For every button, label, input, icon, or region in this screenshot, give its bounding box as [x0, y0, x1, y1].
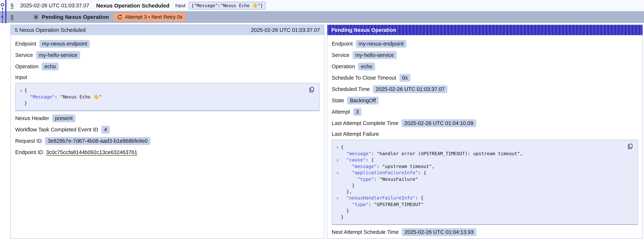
field-label: State	[332, 98, 344, 104]
copy-button[interactable]	[308, 86, 315, 93]
field-row: Attempt3	[332, 108, 638, 116]
field-value-badge: 3e829b7e-7d67-4b08-aad3-b1e868bfe9e0	[45, 137, 150, 145]
field-value-badge: my-hello-service	[352, 51, 397, 59]
json-line: },	[334, 189, 625, 195]
json-gutter	[334, 176, 341, 182]
json-gutter	[334, 182, 341, 189]
field-label: Schedule To Close Timeout	[332, 75, 396, 81]
scheduled-panel-body: Endpointmy-nexus-endpointServicemy-hello…	[11, 35, 324, 156]
json-line: }	[18, 100, 306, 106]
json-gutter	[334, 214, 341, 220]
field-row: Operationecho	[332, 62, 638, 71]
scheduled-fields-top: Endpointmy-nexus-endpointServicemy-hello…	[15, 40, 320, 71]
json-line: ∨ "nexusHandlerFailureInfo": {	[334, 195, 625, 202]
json-gutter	[18, 100, 24, 106]
pending-asterisk-icon	[33, 14, 39, 20]
collapse-chevron-icon[interactable]: ∨	[334, 157, 341, 164]
event-history-rows: 5 2025-02-26 UTC 01:03:37.07 Nexus Opera…	[0, 0, 644, 23]
pending-operation-panel: Pending Nexus Operation Endpointmy-nexus…	[327, 24, 643, 239]
event-id-link[interactable]: 5	[10, 2, 14, 8]
field-label: Workflow Task Completed Event ID	[15, 127, 98, 133]
failure-json-lines: ∨{ "message": "handler error (UPSTREAM_T…	[334, 144, 625, 220]
json-line: "type": "NexusFailure"	[334, 176, 625, 182]
scheduled-event-panel: 5 Nexus Operation Scheduled 2025-02-26 U…	[10, 24, 324, 239]
event-row-pending[interactable]: 5 Pending Nexus Operation Attempt 3 • Ne…	[0, 11, 644, 23]
input-section-label: Input	[15, 74, 320, 80]
field-value-badge: present	[52, 114, 76, 122]
json-code: }	[341, 208, 349, 214]
field-value-badge: 2025-02-26 UTC 01:03:37.07	[373, 85, 448, 93]
field-value-badge: my-hello-service	[36, 51, 80, 59]
field-row: Nexus Headerpresent	[15, 114, 320, 122]
collapse-chevron-icon[interactable]: ∨	[18, 87, 24, 94]
input-json-lines: ∨{ "Message": "Nexus Echo 👋"}	[18, 87, 306, 106]
pending-fields-bottom: Next Attempt Schedule Time2025-02-26 UTC…	[332, 228, 638, 236]
scheduled-panel-title: 5 Nexus Operation Scheduled	[15, 27, 86, 33]
json-line: ∨ "cause": {	[334, 157, 625, 164]
field-label: Operation	[332, 64, 355, 70]
field-row: Workflow Task Completed Event ID4	[15, 125, 320, 134]
json-code: }	[24, 100, 27, 106]
pending-title: Pending Nexus Operation	[42, 14, 109, 20]
field-row: Schedule To Close Timeout0s	[332, 74, 638, 82]
field-label: Nexus Header	[15, 115, 49, 121]
json-code: "applicationFailureInfo": {	[341, 170, 426, 176]
collapse-chevron-icon[interactable]: ∨	[334, 170, 341, 176]
input-json-block: ∨{ "Message": "Nexus Echo 👋"}	[15, 83, 320, 111]
field-row: Endpointmy-nexus-endpoint	[15, 40, 320, 48]
field-value-badge: 4	[101, 126, 110, 134]
json-code: "Message": "Nexus Echo 👋"	[24, 94, 102, 100]
scheduled-fields-bottom: Nexus HeaderpresentWorkflow Task Complet…	[15, 114, 320, 156]
pending-panel-header: Pending Nexus Operation	[327, 25, 642, 35]
field-row: Servicemy-hello-service	[332, 51, 638, 59]
copy-button[interactable]	[627, 143, 634, 150]
field-value-badge: 0s	[400, 74, 410, 82]
pending-panel-body: Endpointmy-nexus-endpointServicemy-hello…	[327, 35, 642, 236]
field-label: Request ID	[15, 138, 42, 144]
field-label: Endpoint ID	[15, 149, 43, 155]
field-value-badge: 3	[353, 108, 362, 116]
field-label: Scheduled Time	[332, 86, 370, 92]
event-row-scheduled[interactable]: 5 2025-02-26 UTC 01:03:37.07 Nexus Opera…	[0, 0, 644, 11]
field-label: Attempt	[332, 109, 350, 115]
field-label: Operation	[15, 64, 38, 70]
field-row: Last Attempt Complete Time2025-02-26 UTC…	[332, 119, 638, 127]
retry-text: Attempt 3 • Next Retry 0s	[125, 14, 182, 20]
input-label: Input	[175, 3, 186, 8]
json-line: "type": "UPSTREAM_TIMEOUT"	[334, 202, 625, 208]
json-code: "type": "UPSTREAM_TIMEOUT"	[341, 202, 424, 208]
json-line: ∨{	[18, 87, 306, 94]
event-title: Nexus Operation Scheduled	[96, 2, 169, 9]
pending-fields: Endpointmy-nexus-endpointServicemy-hello…	[332, 40, 638, 127]
collapse-chevron-icon[interactable]: ∨	[334, 144, 341, 150]
field-value-badge: 2025-02-26 UTC 01:04:10.09	[402, 119, 476, 127]
json-gutter	[334, 208, 341, 214]
json-gutter	[334, 189, 341, 195]
collapse-chevron-icon[interactable]: ∨	[334, 195, 341, 202]
field-row: Endpointmy-nexus-endpoint	[332, 40, 638, 48]
json-line: }	[334, 214, 625, 220]
field-label: Service	[15, 52, 33, 58]
event-detail-panels: 5 Nexus Operation Scheduled 2025-02-26 U…	[0, 24, 644, 239]
event-id-link[interactable]: 5	[10, 14, 14, 20]
field-value-link[interactable]: 3c0c75ccfa8144b092c13ce632463761	[46, 149, 137, 155]
json-line: "message": "upstream timeout",	[334, 164, 625, 170]
copy-icon	[627, 143, 634, 150]
retry-icon	[117, 14, 123, 20]
json-line: ∨ "applicationFailureInfo": {	[334, 170, 625, 176]
field-value-badge: 2025-02-26 UTC 01:04:13.93	[402, 228, 476, 236]
field-label: Service	[332, 52, 350, 58]
field-row: Endpoint ID3c0c75ccfa8144b092c13ce632463…	[15, 148, 320, 156]
field-row: Next Attempt Schedule Time2025-02-26 UTC…	[332, 228, 638, 236]
field-value-badge: my-nexus-endpoint	[39, 40, 90, 48]
json-code: "nexusHandlerFailureInfo": {	[341, 195, 424, 202]
json-code: }	[341, 214, 344, 220]
json-line: ∨{	[334, 144, 625, 150]
field-row: Servicemy-hello-service	[15, 51, 320, 59]
json-gutter	[18, 94, 24, 100]
input-preview-chip: {"Message":"Nexus Echo 👋"}	[189, 2, 266, 10]
field-row: StateBackingOff	[332, 96, 638, 105]
json-line: }	[334, 208, 625, 214]
json-code: "message": "upstream timeout",	[341, 164, 434, 170]
field-label: Endpoint	[15, 41, 36, 47]
